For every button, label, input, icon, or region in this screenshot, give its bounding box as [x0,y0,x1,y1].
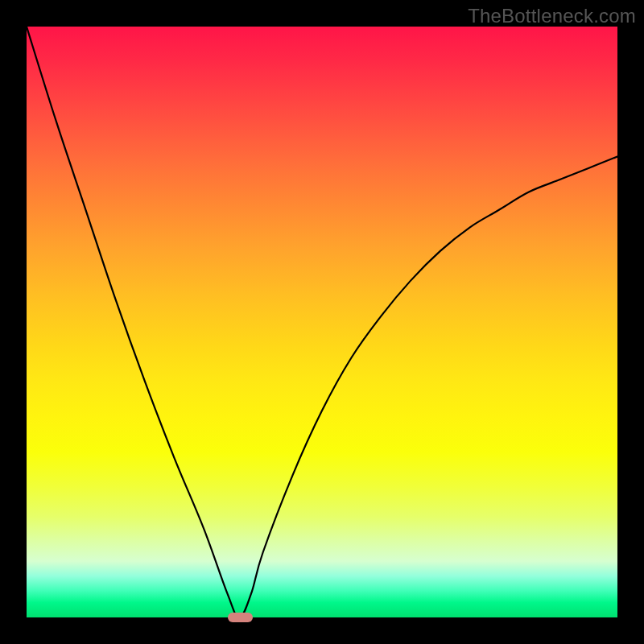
chart-plot-area [27,27,617,617]
attribution-text: TheBottleneck.com [468,5,636,27]
bottleneck-curve [27,27,617,617]
chart-svg [27,27,617,617]
minimum-marker [228,613,254,622]
